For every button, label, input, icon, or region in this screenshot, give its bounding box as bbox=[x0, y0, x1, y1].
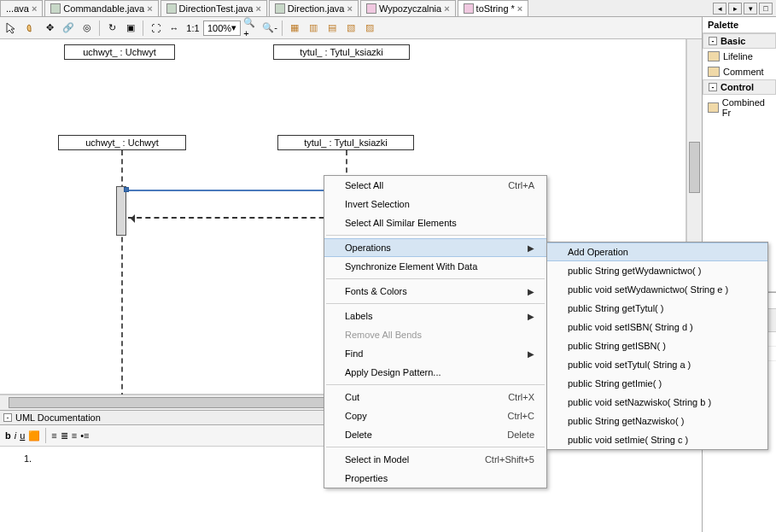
menu-operations[interactable]: Operations▶ bbox=[324, 238, 546, 257]
lifeline-label: uchwyt_ : Uchwyt bbox=[83, 47, 156, 57]
link-tool[interactable]: 🔗 bbox=[60, 20, 77, 37]
menu-label: Select All bbox=[345, 180, 383, 190]
menu-find[interactable]: Find▶ bbox=[324, 344, 546, 363]
zoom-value: 100% bbox=[207, 23, 231, 33]
palette-item-combined[interactable]: Combined Fr bbox=[703, 95, 776, 120]
menu-delete[interactable]: DeleteDelete bbox=[324, 425, 546, 444]
shortcut: Ctrl+X bbox=[474, 392, 534, 402]
tab-wypozyczalnia[interactable]: Wypozyczalnia× bbox=[360, 0, 456, 16]
layout-1[interactable]: ▦ bbox=[286, 20, 303, 37]
submenu-op[interactable]: public String getNazwisko( ) bbox=[547, 412, 767, 430]
pointer-tool[interactable] bbox=[3, 20, 20, 37]
collapse-icon[interactable]: - bbox=[709, 83, 717, 91]
menu-select-model[interactable]: Select in ModelCtrl+Shift+5 bbox=[324, 450, 546, 469]
menu-similar[interactable]: Select All Similar Elements bbox=[324, 213, 546, 232]
menu-cut[interactable]: CutCtrl+X bbox=[324, 388, 546, 406]
collapse-icon[interactable]: - bbox=[3, 413, 12, 422]
close-icon[interactable]: × bbox=[517, 3, 522, 14]
tab-tostring[interactable]: toString *× bbox=[458, 0, 529, 16]
fit-button[interactable]: ⛶ bbox=[147, 20, 164, 37]
dropdown-icon[interactable]: ▾ bbox=[744, 3, 757, 15]
palette-group-control[interactable]: -Control bbox=[703, 79, 776, 95]
menu-sync[interactable]: Synchronize Element With Data bbox=[324, 257, 546, 276]
layout-3[interactable]: ▤ bbox=[324, 20, 341, 37]
palette-item-comment[interactable]: Comment bbox=[703, 64, 776, 79]
align-left-button[interactable]: ≡ bbox=[51, 430, 56, 441]
submenu-add-operation[interactable]: Add Operation bbox=[547, 243, 767, 261]
color-button[interactable]: 🟧 bbox=[28, 430, 40, 441]
refresh-button[interactable]: ↻ bbox=[103, 20, 120, 37]
maximize-icon[interactable]: □ bbox=[759, 3, 773, 15]
close-icon[interactable]: × bbox=[255, 3, 260, 14]
tab-label: ...ava bbox=[6, 3, 29, 14]
layout-4[interactable]: ▧ bbox=[342, 20, 359, 37]
underline-button[interactable]: u bbox=[20, 430, 25, 441]
italic-button[interactable]: i bbox=[15, 430, 16, 441]
actual-button[interactable]: 1:1 bbox=[184, 20, 201, 37]
tab-directiontest[interactable]: DirectionTest.java× bbox=[160, 0, 267, 16]
submenu-op[interactable]: public void setNazwisko( String b ) bbox=[547, 393, 767, 412]
scroll-thumb[interactable] bbox=[689, 142, 700, 193]
menu-properties[interactable]: Properties bbox=[324, 469, 546, 488]
java-icon bbox=[275, 3, 285, 14]
zoom-in-button[interactable]: 🔍+ bbox=[242, 20, 260, 37]
handle-icon[interactable] bbox=[124, 187, 129, 192]
zoom-input[interactable]: 100% ▾ bbox=[203, 20, 241, 36]
menu-label: Invert Selection bbox=[345, 199, 410, 209]
fit-width-button[interactable]: ↔ bbox=[166, 20, 183, 37]
scroll-left-icon[interactable]: ◂ bbox=[713, 3, 726, 15]
menu-pattern[interactable]: Apply Design Pattern... bbox=[324, 363, 546, 382]
submenu-op[interactable]: public void setISBN( String d ) bbox=[547, 318, 767, 336]
bullet-button[interactable]: •≡ bbox=[80, 430, 89, 441]
menu-label: Fonts & Colors bbox=[345, 286, 407, 296]
menu-label: public String getWydawnictwo( ) bbox=[568, 266, 701, 276]
palette-group-basic[interactable]: -Basic bbox=[703, 33, 776, 49]
align-center-button[interactable]: ≣ bbox=[61, 430, 68, 441]
lifeline-box-1[interactable]: uchwyt_ : Uchwyt bbox=[58, 135, 186, 150]
close-icon[interactable]: × bbox=[347, 3, 352, 14]
submenu-op[interactable]: public String getTytul( ) bbox=[547, 299, 767, 318]
lifeline-box-2[interactable]: tytul_ : Tytul_ksiazki bbox=[277, 135, 414, 150]
pan-tool[interactable] bbox=[22, 20, 39, 37]
activation-1[interactable] bbox=[116, 186, 126, 236]
header-lifeline-2[interactable]: tytul_ : Tytul_ksiazki bbox=[273, 44, 410, 60]
export-button[interactable]: ▣ bbox=[122, 20, 139, 37]
header-lifeline-1[interactable]: uchwyt_ : Uchwyt bbox=[64, 44, 175, 60]
submenu-op[interactable]: public void setWydawnictwo( String e ) bbox=[547, 280, 767, 299]
menu-invert[interactable]: Invert Selection bbox=[324, 195, 546, 213]
submenu-op[interactable]: public String getISBN( ) bbox=[547, 336, 767, 355]
palette-item-lifeline[interactable]: Lifeline bbox=[703, 49, 776, 64]
nav-tool[interactable]: ✥ bbox=[41, 20, 58, 37]
return-message[interactable] bbox=[128, 217, 341, 219]
tab-direction[interactable]: Direction.java× bbox=[269, 0, 359, 16]
menu-fonts[interactable]: Fonts & Colors▶ bbox=[324, 282, 546, 301]
layout-2[interactable]: ▥ bbox=[305, 20, 322, 37]
menu-copy[interactable]: CopyCtrl+C bbox=[324, 406, 546, 425]
bold-button[interactable]: b bbox=[5, 430, 11, 441]
tab-0[interactable]: ...ava× bbox=[0, 0, 43, 16]
collapse-icon[interactable]: - bbox=[709, 37, 717, 45]
menu-select-all[interactable]: Select AllCtrl+A bbox=[324, 176, 546, 195]
tab-label: Commandable.java bbox=[63, 3, 144, 14]
submenu-op[interactable]: public void setImie( String c ) bbox=[547, 430, 767, 449]
layout-5[interactable]: ▨ bbox=[361, 20, 378, 37]
tab-commandable[interactable]: Commandable.java× bbox=[44, 0, 158, 16]
editor-tabs: ...ava× Commandable.java× DirectionTest.… bbox=[0, 0, 776, 17]
menu-label: Properties bbox=[345, 473, 388, 483]
menu-label: Select in Model bbox=[345, 454, 409, 465]
submenu-op[interactable]: public void setTytul( String a ) bbox=[547, 355, 767, 374]
submenu-arrow-icon: ▶ bbox=[493, 312, 534, 321]
target-tool[interactable]: ◎ bbox=[79, 20, 96, 37]
call-message[interactable] bbox=[126, 190, 341, 191]
close-icon[interactable]: × bbox=[147, 3, 152, 14]
scroll-right-icon[interactable]: ▸ bbox=[728, 3, 742, 15]
submenu-op[interactable]: public String getWydawnictwo( ) bbox=[547, 261, 767, 280]
close-icon[interactable]: × bbox=[444, 3, 449, 14]
menu-labels[interactable]: Labels▶ bbox=[324, 307, 546, 325]
lifeline-icon bbox=[708, 51, 720, 61]
fragment-icon bbox=[708, 102, 719, 113]
align-right-button[interactable]: ≡ bbox=[72, 430, 77, 441]
zoom-out-button[interactable]: 🔍- bbox=[261, 20, 278, 37]
submenu-op[interactable]: public String getImie( ) bbox=[547, 374, 767, 393]
close-icon[interactable]: × bbox=[32, 3, 37, 14]
